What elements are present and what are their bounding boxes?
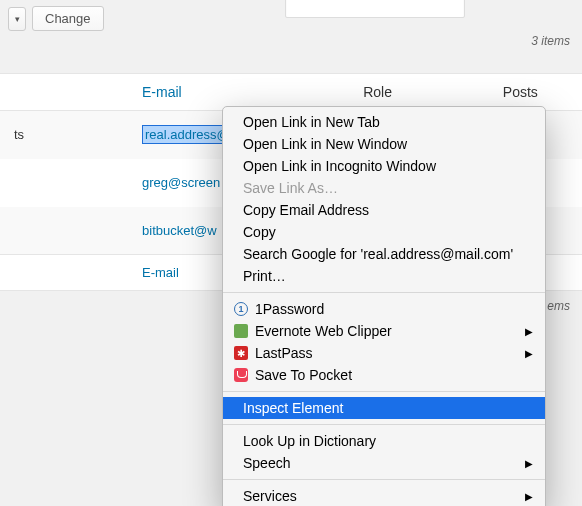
items-count-label: 3 items — [531, 34, 570, 48]
change-button[interactable]: Change — [32, 6, 104, 31]
ctx-copy-email[interactable]: Copy Email Address — [223, 199, 545, 221]
ctx-label: Evernote Web Clipper — [255, 323, 392, 339]
pocket-icon — [233, 367, 249, 383]
ctx-separator — [223, 479, 545, 480]
lastpass-icon: ✱ — [233, 345, 249, 361]
ctx-separator — [223, 424, 545, 425]
ctx-copy[interactable]: Copy — [223, 221, 545, 243]
ctx-open-incognito[interactable]: Open Link in Incognito Window — [223, 155, 545, 177]
email-link[interactable]: bitbucket@w — [142, 223, 217, 238]
chevron-right-icon: ▶ — [525, 348, 533, 359]
table-header-row: E-mail Role Posts — [0, 74, 582, 111]
ctx-save-link-as: Save Link As… — [223, 177, 545, 199]
ctx-search-google[interactable]: Search Google for 'real.address@mail.com… — [223, 243, 545, 265]
col-header-role: Role — [349, 74, 489, 111]
ctx-open-new-tab[interactable]: Open Link in New Tab — [223, 111, 545, 133]
evernote-icon — [233, 323, 249, 339]
ctx-print[interactable]: Print… — [223, 265, 545, 287]
col-header-blank — [0, 74, 128, 111]
ctx-services[interactable]: Services ▶ — [223, 485, 545, 506]
chevron-right-icon: ▶ — [525, 326, 533, 337]
ctx-label: Services — [243, 488, 297, 504]
ctx-1password[interactable]: 1 1Password — [223, 298, 545, 320]
ctx-inspect-element[interactable]: Inspect Element — [223, 397, 545, 419]
cell-blank: ts — [0, 111, 128, 159]
ctx-label: Save To Pocket — [255, 367, 352, 383]
chevron-updown-icon: ▾ — [15, 14, 20, 24]
search-input[interactable] — [285, 0, 465, 18]
cell-blank — [0, 207, 128, 255]
ctx-open-new-window[interactable]: Open Link in New Window — [223, 133, 545, 155]
ctx-lastpass[interactable]: ✱ LastPass ▶ — [223, 342, 545, 364]
cell-blank — [0, 159, 128, 207]
toolbar: ▾ Change Search Users — [0, 0, 582, 37]
role-select-stub[interactable]: ▾ — [8, 7, 26, 31]
ctx-speech[interactable]: Speech ▶ — [223, 452, 545, 474]
ctx-label: Speech — [243, 455, 290, 471]
chevron-right-icon: ▶ — [525, 458, 533, 469]
ctx-label: 1Password — [255, 301, 324, 317]
chevron-right-icon: ▶ — [525, 491, 533, 502]
ctx-separator — [223, 292, 545, 293]
ctx-label: LastPass — [255, 345, 313, 361]
ctx-evernote[interactable]: Evernote Web Clipper ▶ — [223, 320, 545, 342]
foot-header-email[interactable]: E-mail — [142, 265, 179, 280]
onepassword-icon: 1 — [233, 301, 249, 317]
context-menu: Open Link in New Tab Open Link in New Wi… — [222, 106, 546, 506]
col-header-posts: Posts — [489, 74, 582, 111]
ctx-pocket[interactable]: Save To Pocket — [223, 364, 545, 386]
email-link[interactable]: greg@screen — [142, 175, 220, 190]
ctx-separator — [223, 391, 545, 392]
ctx-lookup-dictionary[interactable]: Look Up in Dictionary — [223, 430, 545, 452]
col-header-email[interactable]: E-mail — [142, 84, 182, 100]
search-area: Search Users — [285, 0, 576, 19]
